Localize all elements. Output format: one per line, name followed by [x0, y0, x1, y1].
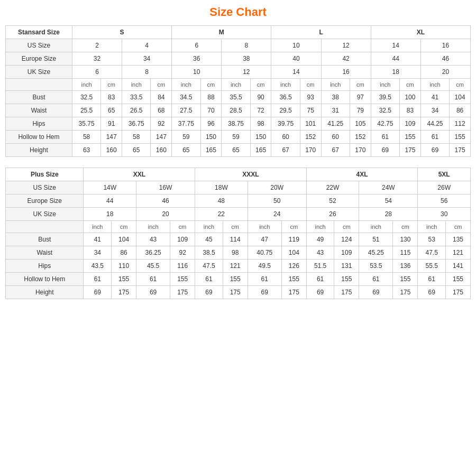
plus-hips-5: 121: [223, 260, 248, 273]
plus-height-label: Height: [6, 286, 84, 299]
unit-cm-8: cm: [450, 79, 471, 91]
plus-us-size-label: US Size: [6, 181, 84, 194]
plus-waist-10: 45.25: [359, 246, 393, 260]
height-8: 67: [271, 144, 300, 157]
bust-0: 32.5: [72, 91, 100, 104]
plus-bust-7: 119: [281, 233, 306, 246]
plus-hollow-6: 61: [248, 273, 281, 286]
group-l: L: [271, 26, 371, 39]
plus-waist-4: 38.5: [195, 246, 223, 260]
height-6: 65: [222, 144, 250, 157]
plus-hollow-5: 155: [223, 273, 248, 286]
plus-unit-cm-5: cm: [334, 221, 359, 233]
hips-14: 44.25: [420, 117, 449, 131]
group-xl: XL: [371, 26, 470, 39]
uk-10: 10: [172, 66, 222, 79]
unit-spacer: [6, 79, 72, 91]
waist-1: 65: [101, 104, 122, 117]
plus-uk-24: 24: [248, 208, 306, 221]
plus-uk-28: 28: [359, 208, 418, 221]
plus-us-24w: 24W: [359, 181, 418, 194]
plus-hollow-label: Hollow to Hem: [6, 273, 84, 286]
plus-height-3: 175: [170, 286, 195, 299]
height-0: 63: [72, 144, 100, 157]
standard-size-label: Stansard Size: [6, 26, 72, 39]
bust-7: 90: [250, 91, 271, 104]
unit-inch-4: inch: [222, 79, 250, 91]
plus-waist-13: 121: [446, 246, 471, 260]
hips-8: 39.75: [271, 117, 300, 131]
unit-inch-6: inch: [321, 79, 350, 91]
us-size-2: 2: [72, 39, 122, 52]
plus-us-22w: 22W: [306, 181, 359, 194]
plus-bust-label: Bust: [6, 233, 84, 246]
height-10: 67: [321, 144, 350, 157]
bust-8: 36.5: [271, 91, 300, 104]
plus-hips-9: 131: [334, 260, 359, 273]
plus-bust-11: 130: [393, 233, 418, 246]
plus-eu-56: 56: [418, 194, 471, 208]
plus-hips-7: 126: [281, 260, 306, 273]
plus-height-13: 175: [446, 286, 471, 299]
plus-height-4: 69: [195, 286, 223, 299]
plus-eu-50: 50: [248, 194, 306, 208]
plus-height-1: 175: [112, 286, 136, 299]
plus-height-11: 175: [393, 286, 418, 299]
plus-hips-11: 136: [393, 260, 418, 273]
unit-inch-8: inch: [420, 79, 449, 91]
hips-9: 101: [300, 117, 321, 131]
plus-us-14w: 14W: [84, 181, 136, 194]
waist-12: 32.5: [371, 104, 399, 117]
height-3: 160: [151, 144, 172, 157]
plus-bust-3: 109: [170, 233, 195, 246]
plus-us-16w: 16W: [136, 181, 195, 194]
plus-height-6: 69: [248, 286, 281, 299]
unit-inch-5: inch: [271, 79, 300, 91]
plus-waist-11: 115: [393, 246, 418, 260]
hollow-14: 61: [420, 131, 449, 144]
uk-8: 8: [122, 66, 172, 79]
eu-46: 46: [420, 52, 470, 66]
plus-hollow-1: 155: [112, 273, 136, 286]
plus-unit-cm-6: cm: [393, 221, 418, 233]
plus-bust-1: 104: [112, 233, 136, 246]
unit-cm-5: cm: [300, 79, 321, 91]
eu-44: 44: [371, 52, 420, 66]
hips-12: 42.75: [371, 117, 399, 131]
plus-height-2: 69: [136, 286, 170, 299]
plus-hips-4: 47.5: [195, 260, 223, 273]
plus-waist-label: Waist: [6, 246, 84, 260]
plus-eu-44: 44: [84, 194, 136, 208]
hollow-8: 60: [271, 131, 300, 144]
bust-15: 104: [450, 91, 471, 104]
plus-hollow-12: 61: [418, 273, 446, 286]
waist-13: 83: [400, 104, 421, 117]
hollow-13: 155: [400, 131, 421, 144]
eu-36: 36: [172, 52, 222, 66]
plus-eu-48: 48: [195, 194, 248, 208]
plus-eu-52: 52: [306, 194, 359, 208]
bust-5: 88: [200, 91, 222, 104]
plus-hollow-11: 155: [393, 273, 418, 286]
plus-height-10: 69: [359, 286, 393, 299]
us-size-4: 4: [122, 39, 172, 52]
plus-eu-46: 46: [136, 194, 195, 208]
plus-unit-cm-7: cm: [446, 221, 471, 233]
uk-14: 14: [271, 66, 321, 79]
plus-waist-1: 86: [112, 246, 136, 260]
hips-3: 92: [151, 117, 172, 131]
hips-15: 112: [450, 117, 471, 131]
waist-6: 28.5: [222, 104, 250, 117]
bust-9: 93: [300, 91, 321, 104]
uk-20: 20: [420, 66, 470, 79]
plus-unit-cm-3: cm: [223, 221, 248, 233]
plus-hips-6: 49.5: [248, 260, 281, 273]
waist-11: 79: [350, 104, 371, 117]
plus-bust-8: 49: [306, 233, 334, 246]
plus-unit-inch-4: inch: [248, 221, 281, 233]
plus-bust-9: 124: [334, 233, 359, 246]
hips-1: 91: [101, 117, 122, 131]
waist-8: 29.5: [271, 104, 300, 117]
hips-7: 98: [250, 117, 271, 131]
plus-waist-12: 47.5: [418, 246, 446, 260]
